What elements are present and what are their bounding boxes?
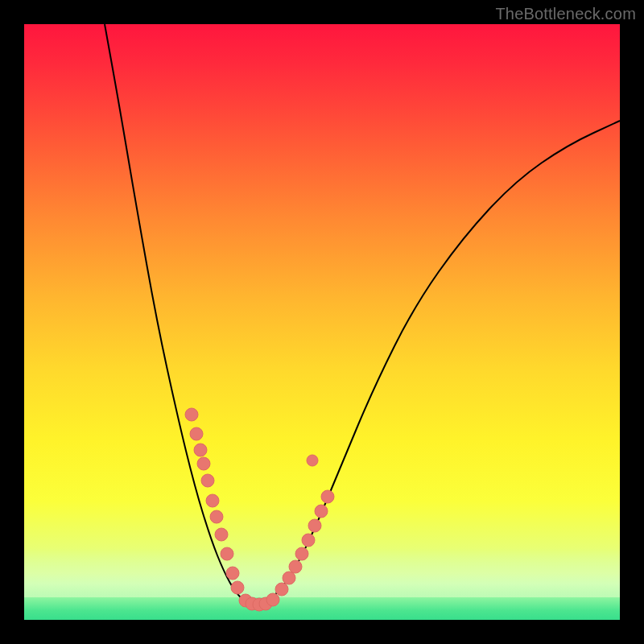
data-dot — [275, 583, 288, 596]
bottleneck-curve — [105, 24, 620, 604]
data-dot — [215, 528, 228, 541]
data-dot — [295, 547, 308, 560]
chart-plot-area — [24, 24, 620, 620]
data-dot — [308, 519, 321, 532]
data-dot — [194, 444, 207, 456]
data-dot — [185, 408, 198, 421]
data-dot — [206, 494, 219, 507]
data-dot — [190, 427, 203, 440]
data-dot — [210, 510, 223, 523]
data-dot — [315, 505, 328, 518]
data-dot — [221, 547, 233, 560]
data-dot — [302, 534, 315, 547]
data-dot — [266, 593, 279, 606]
data-dot — [289, 560, 302, 573]
curve-path — [105, 24, 620, 604]
data-dot — [197, 457, 210, 470]
data-dot — [321, 490, 334, 503]
data-dot — [307, 455, 318, 466]
chart-svg — [24, 24, 620, 620]
data-dot — [283, 572, 295, 584]
data-dot — [226, 567, 239, 580]
data-dots — [185, 408, 334, 611]
data-dot — [201, 474, 214, 487]
watermark-text: TheBottleneck.com — [495, 5, 636, 23]
data-dot — [231, 581, 244, 594]
